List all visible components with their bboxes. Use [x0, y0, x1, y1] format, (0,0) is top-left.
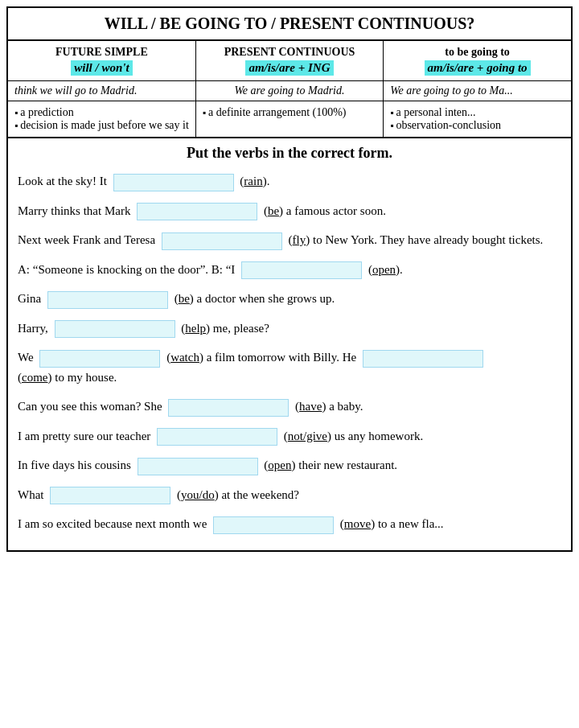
exercise-12: I am so excited because next month we (m…	[18, 514, 561, 534]
ex5-text-before: Gina	[18, 292, 44, 305]
ex3-text-before: Next week Frank and Teresa	[18, 233, 158, 246]
exercise-11: What (you/do) at the weekend?	[18, 485, 561, 505]
ex4-text-before: A: “Someone is knocking on the door”. B:…	[18, 263, 238, 276]
ex7-text-middle: (watch) a film tomorrow with Billy. He	[166, 351, 356, 364]
col3-bullet-2: observation-conclusion	[390, 119, 565, 132]
exercise-3: Next week Frank and Teresa (fly) to New …	[18, 230, 561, 250]
page-title: WILL / BE GOING TO / PRESENT CONTINUOUS?	[11, 14, 568, 33]
ex5-hint: (be) a doctor when she grows up.	[175, 292, 335, 305]
exercise-7: We (watch) a film tomorrow with Billy. H…	[18, 348, 561, 387]
col1-example: think we will go to Madrid.	[8, 81, 195, 101]
col1-bullets: a prediction decision is made just befor…	[14, 106, 189, 132]
exercise-5: Gina (be) a doctor when she grows up.	[18, 289, 561, 309]
exercises-title: Put the verbs in the correct form.	[18, 145, 561, 162]
exercise-9: I am pretty sure our teacher (not/give) …	[18, 426, 561, 446]
ex11-text-before: What	[18, 488, 47, 501]
exercise-10: In five days his cousins (open) their ne…	[18, 455, 561, 475]
ex8-hint: (have) a baby.	[295, 400, 363, 413]
ex10-hint: (open) their new restaurant.	[264, 459, 397, 471]
ex2-text-before: Marry thinks that Mark	[18, 204, 133, 217]
col1-bullet-1: a prediction	[14, 106, 189, 119]
ex6-input[interactable]	[55, 320, 175, 338]
ex7-text-after: (come) to my house.	[18, 371, 117, 384]
col1-bullet-2: decision is made just before we say it	[14, 119, 189, 132]
ex4-hint: (open).	[368, 263, 403, 276]
col3-bullet-1: a personal inten...	[390, 106, 565, 119]
ex11-input[interactable]	[50, 487, 170, 504]
ex9-text-before: I am pretty sure our teacher	[18, 430, 154, 442]
ex7-text-before: We	[18, 351, 36, 364]
ex8-text-before: Can you see this woman? She	[18, 400, 165, 413]
ex12-hint: (move) to a new fla...	[340, 517, 444, 530]
ex1-input[interactable]	[113, 174, 234, 191]
ex7-input-2[interactable]	[363, 350, 483, 368]
col2-header: PRESENT CONTINUOUS	[203, 46, 376, 60]
ex6-hint: (help) me, please?	[181, 322, 269, 335]
ex1-text-before: Look at the sky! It	[18, 175, 110, 187]
exercise-1: Look at the sky! It (rain).	[18, 171, 561, 191]
ex5-input[interactable]	[47, 291, 168, 309]
col1-header: FUTURE SIMPLE	[14, 46, 189, 60]
ex12-text-before: I am so excited because next month we	[18, 517, 210, 530]
ex12-input[interactable]	[213, 516, 334, 534]
col2-bullet-1: a definite arrangement (100%)	[203, 106, 376, 119]
col3-subheader: am/is/are + going to	[425, 60, 531, 76]
col3-example: We are going to go to Ma...	[384, 81, 571, 101]
exercise-4: A: “Someone is knocking on the door”. B:…	[18, 260, 561, 280]
ex9-input[interactable]	[157, 428, 277, 446]
exercise-8: Can you see this woman? She (have) a bab…	[18, 397, 561, 417]
ex6-text-before: Harry,	[18, 322, 51, 335]
ex3-input[interactable]	[162, 232, 282, 250]
ex10-text-before: In five days his cousins	[18, 459, 134, 471]
ex4-input[interactable]	[241, 261, 362, 279]
col3-header: to be going to	[390, 46, 565, 60]
ex8-input[interactable]	[168, 399, 289, 417]
ex3-hint: (fly) to New York. They have already bou…	[289, 233, 544, 246]
col3-bullets: a personal inten... observation-conclusi…	[390, 106, 565, 132]
exercise-6: Harry, (help) me, please?	[18, 319, 561, 339]
ex1-hint: (rain).	[240, 175, 269, 187]
ex10-input[interactable]	[138, 458, 258, 475]
ex9-hint: (not/give) us any homework.	[284, 430, 423, 442]
col2-subheader: am/is/are + ING	[245, 60, 333, 76]
col2-bullets: a definite arrangement (100%)	[203, 106, 376, 119]
ex2-hint: (be) a famous actor soon.	[264, 204, 386, 217]
ex11-hint: (you/do) at the weekend?	[177, 488, 299, 501]
ex7-input-1[interactable]	[39, 350, 160, 368]
ex2-input[interactable]	[137, 203, 257, 220]
col1-subheader: will / won't	[71, 60, 132, 76]
exercise-2: Marry thinks that Mark (be) a famous act…	[18, 201, 561, 221]
col2-example: We are going to Madrid.	[195, 81, 383, 101]
